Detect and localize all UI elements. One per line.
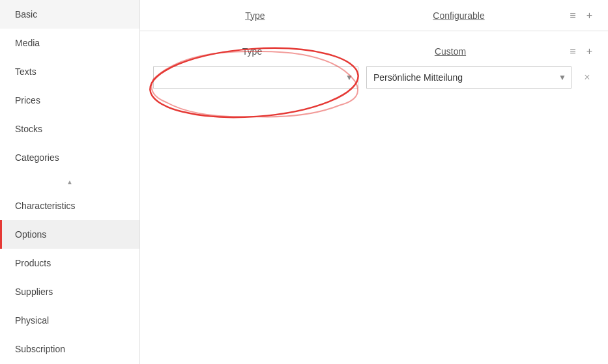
header-list-button[interactable]: ≡ xyxy=(567,8,578,23)
sidebar-item-label: Categories xyxy=(15,152,59,163)
sidebar-item-physical[interactable]: Physical xyxy=(0,306,139,335)
sidebar-item-media[interactable]: Media xyxy=(0,29,139,57)
sidebar-item-label: Options xyxy=(15,229,46,240)
sidebar-item-stocks[interactable]: Stocks xyxy=(0,115,139,143)
option-row: Option 1 Option 2 ▼ Persönliche Mitteilu… xyxy=(153,66,595,89)
sub-custom-label: Custom xyxy=(351,46,549,57)
type-select-wrapper: Option 1 Option 2 ▼ xyxy=(153,66,358,89)
sidebar-divider xyxy=(0,172,139,191)
sidebar-item-categories[interactable]: Categories xyxy=(0,143,139,172)
sidebar-item-subscription[interactable]: Subscription xyxy=(0,335,139,363)
header-add-button[interactable]: + xyxy=(584,8,595,23)
sidebar-item-label: Basic xyxy=(15,9,37,20)
main-panel: Type Configurable ≡ + Type Custom ≡ + xyxy=(140,0,608,364)
sidebar-item-options[interactable]: Options xyxy=(0,220,139,249)
header-type-label: Type xyxy=(153,10,357,21)
sidebar-item-label: Suppliers xyxy=(15,287,53,297)
sidebar: Basic Media Texts Prices Stocks Categori… xyxy=(0,0,140,364)
sidebar-item-label: Physical xyxy=(15,315,49,326)
sub-header-row: Type Custom ≡ + xyxy=(153,44,595,59)
sidebar-item-suppliers[interactable]: Suppliers xyxy=(0,277,139,306)
header-row: Type Configurable ≡ + xyxy=(140,0,608,31)
collapse-icon[interactable] xyxy=(66,177,73,186)
sub-type-label: Type xyxy=(153,46,351,57)
sidebar-item-basic[interactable]: Basic xyxy=(0,0,139,29)
sidebar-item-label: Products xyxy=(15,258,51,268)
sub-list-button[interactable]: ≡ xyxy=(567,44,578,59)
delete-row-button[interactable]: × xyxy=(579,69,595,86)
sidebar-item-characteristics[interactable]: Characteristics xyxy=(0,191,139,220)
sidebar-item-label: Characteristics xyxy=(15,201,76,211)
sidebar-item-products[interactable]: Products xyxy=(0,249,139,277)
content-area: Type Custom ≡ + Option 1 Option 2 xyxy=(140,31,608,364)
value-select[interactable]: Persönliche Mitteilung Option A Option B xyxy=(366,66,572,89)
sub-header-actions: ≡ + xyxy=(556,44,595,59)
value-select-wrapper: Persönliche Mitteilung Option A Option B… xyxy=(366,66,572,89)
sidebar-item-label: Prices xyxy=(15,95,40,105)
sidebar-item-label: Stocks xyxy=(15,124,42,134)
sidebar-item-texts[interactable]: Texts xyxy=(0,57,139,86)
sidebar-item-label: Subscription xyxy=(15,344,65,354)
header-actions: ≡ + xyxy=(567,8,595,23)
sidebar-item-label: Texts xyxy=(15,66,36,77)
sidebar-item-prices[interactable]: Prices xyxy=(0,86,139,115)
sub-add-button[interactable]: + xyxy=(584,44,595,59)
sidebar-item-label: Media xyxy=(15,38,40,48)
header-configurable-label: Configurable xyxy=(357,10,561,21)
type-select[interactable]: Option 1 Option 2 xyxy=(153,66,358,89)
